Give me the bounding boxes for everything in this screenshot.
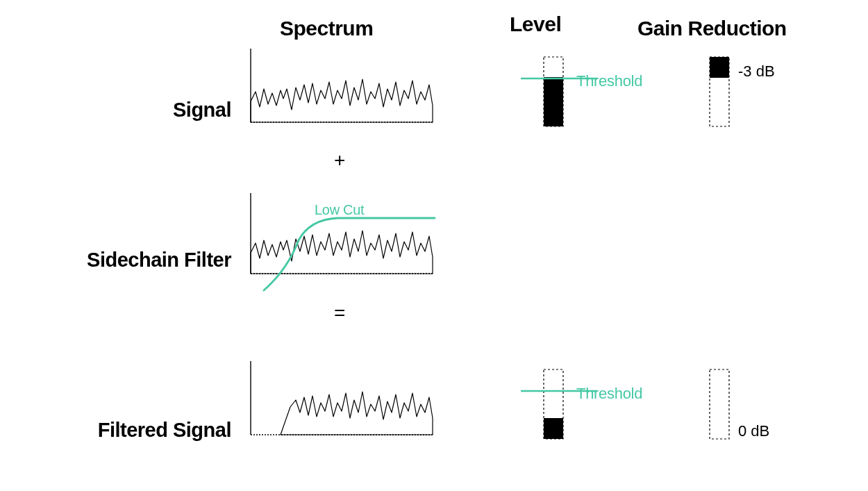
svg-rect-12: [544, 418, 563, 439]
svg-rect-14: [710, 369, 729, 439]
signal-gainreduction-label: -3 dB: [738, 63, 775, 81]
row-header-sidechain: Sidechain Filter: [87, 249, 231, 272]
svg-rect-3: [544, 77, 563, 126]
signal-spectrum-plot: [249, 49, 436, 131]
filtered-level-meter: [535, 368, 571, 442]
col-header-gainreduction: Gain Reduction: [637, 17, 787, 40]
operator-plus: +: [334, 149, 345, 172]
signal-level-meter: [535, 56, 571, 129]
row-header-filtered: Filtered Signal: [98, 419, 231, 442]
lowcut-label: Low Cut: [315, 202, 364, 218]
filtered-spectrum-plot: [249, 361, 436, 443]
signal-gainreduction-meter: [701, 56, 737, 129]
col-header-level: Level: [510, 13, 561, 36]
col-header-spectrum: Spectrum: [280, 17, 373, 40]
row-header-signal: Signal: [173, 99, 231, 122]
svg-rect-6: [710, 57, 729, 78]
operator-equals: =: [334, 302, 345, 324]
filtered-threshold-label: Threshold: [576, 385, 642, 403]
filtered-gainreduction-meter: [701, 368, 737, 442]
signal-threshold-label: Threshold: [576, 72, 642, 90]
filtered-gainreduction-label: 0 dB: [738, 422, 769, 440]
